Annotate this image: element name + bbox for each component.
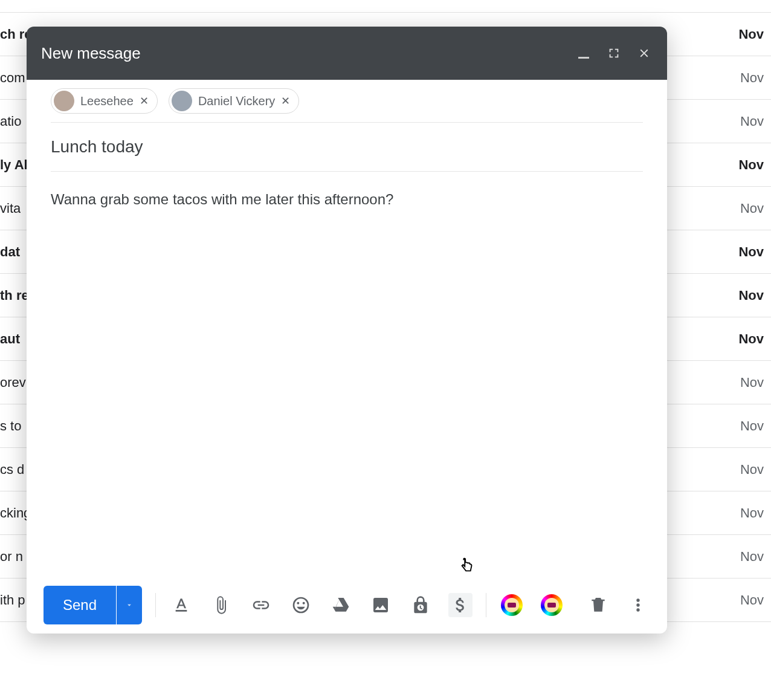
trash-icon: [589, 595, 608, 615]
compose-window: New message Leesehee ✕ Daniel Vickery: [27, 27, 667, 634]
avatar-icon: [54, 91, 74, 111]
text-format-icon: [172, 595, 191, 615]
recipients-field[interactable]: Leesehee ✕ Daniel Vickery ✕: [51, 88, 643, 123]
subject-field[interactable]: Lunch today: [51, 123, 643, 172]
paperclip-icon: [211, 595, 231, 615]
insert-link-button[interactable]: [249, 593, 273, 617]
discard-draft-button[interactable]: [586, 593, 610, 617]
more-options-button[interactable]: [626, 593, 650, 617]
close-icon: [637, 47, 651, 60]
confidential-mode-button[interactable]: [408, 593, 433, 617]
addon-button-2[interactable]: [540, 593, 564, 617]
close-button[interactable]: [636, 45, 653, 62]
minimize-button[interactable]: [575, 45, 592, 62]
compose-toolbar: Send: [27, 577, 667, 634]
recipient-name: Daniel Vickery: [198, 94, 275, 108]
send-options-button[interactable]: [117, 586, 142, 624]
message-body[interactable]: Wanna grab some tacos with me later this…: [51, 172, 643, 577]
compose-header: New message: [27, 27, 667, 80]
formatting-button[interactable]: [169, 593, 193, 617]
chevron-down-icon: [125, 601, 134, 609]
expand-icon: [607, 47, 621, 60]
image-icon: [371, 595, 390, 615]
recipient-chip[interactable]: Leesehee ✕: [51, 88, 158, 114]
avatar-icon: [172, 91, 192, 111]
remove-recipient-button[interactable]: ✕: [140, 94, 149, 108]
fullscreen-button[interactable]: [605, 45, 622, 62]
emoji-icon: [291, 595, 311, 615]
separator: [486, 593, 486, 617]
addon-icon: [501, 594, 523, 616]
remove-recipient-button[interactable]: ✕: [281, 94, 290, 108]
recipient-chip[interactable]: Daniel Vickery ✕: [169, 88, 299, 114]
insert-drive-button[interactable]: [329, 593, 353, 617]
addon-button-1[interactable]: [500, 593, 524, 617]
compose-title: New message: [41, 44, 141, 63]
link-icon: [251, 595, 271, 615]
addon-icon: [541, 594, 563, 616]
drive-icon: [331, 595, 350, 615]
separator: [155, 593, 156, 617]
send-button[interactable]: Send: [44, 586, 116, 624]
insert-emoji-button[interactable]: [289, 593, 313, 617]
insert-photo-button[interactable]: [369, 593, 393, 617]
attach-file-button[interactable]: [209, 593, 233, 617]
dollar-icon: [451, 595, 470, 615]
recipient-name: Leesehee: [80, 94, 134, 108]
send-money-button[interactable]: [448, 593, 473, 617]
minimize-icon: [578, 57, 589, 59]
more-vertical-icon: [628, 595, 648, 615]
lock-clock-icon: [411, 595, 430, 615]
